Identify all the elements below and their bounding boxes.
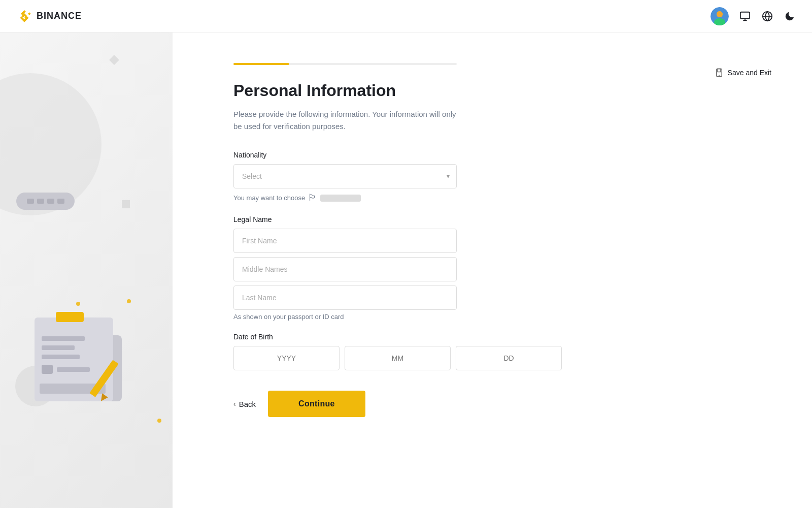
- right-content: Save and Exit Personal Information Pleas…: [173, 33, 812, 508]
- continue-label: Continue: [298, 399, 335, 408]
- page-subtitle: Please provide the following information…: [233, 108, 457, 133]
- header: BINANCE: [0, 0, 812, 33]
- dob-year-input[interactable]: [233, 346, 340, 370]
- nationality-select[interactable]: Select: [233, 164, 457, 188]
- last-name-input[interactable]: [233, 285, 457, 310]
- globe-icon[interactable]: [761, 10, 773, 22]
- legal-name-section: Legal Name As shown on your passport or …: [233, 215, 457, 321]
- back-button[interactable]: ‹ Back: [233, 400, 256, 408]
- dob-label: Date of Birth: [233, 333, 457, 341]
- logo[interactable]: BINANCE: [16, 8, 82, 24]
- svg-rect-6: [740, 12, 750, 18]
- save-exit-label: Save and Exit: [728, 69, 771, 77]
- svg-point-5: [717, 11, 723, 17]
- legal-name-group: [233, 229, 457, 310]
- monitor-icon[interactable]: [739, 10, 751, 22]
- kyc-illustration: [30, 305, 142, 406]
- legal-name-label: Legal Name: [233, 215, 457, 224]
- dob-row: [233, 346, 457, 370]
- nationality-select-wrapper: Select ▾: [233, 164, 457, 188]
- action-row: ‹ Back Continue: [233, 391, 457, 417]
- save-icon: [715, 68, 724, 77]
- nationality-section: Nationality Select ▾ You may want to cho…: [233, 151, 457, 203]
- progress-bar: [233, 63, 457, 65]
- save-exit-button[interactable]: Save and Exit: [715, 68, 771, 77]
- svg-rect-14: [718, 69, 721, 72]
- binance-logo-icon: [16, 8, 32, 24]
- progress-bar-fill: [233, 63, 289, 65]
- first-name-input[interactable]: [233, 229, 457, 253]
- nationality-hint-text: You may want to choose: [233, 194, 305, 202]
- dob-section: Date of Birth: [233, 333, 457, 370]
- personal-info-form: Nationality Select ▾ You may want to cho…: [233, 151, 457, 417]
- decorative-dot-2: [127, 299, 131, 303]
- nationality-hint: You may want to choose 🏳: [233, 193, 457, 203]
- decorative-rect: [122, 200, 130, 208]
- middle-names-input[interactable]: [233, 257, 457, 281]
- header-right: [710, 7, 796, 25]
- flag-icon: 🏳: [308, 193, 317, 203]
- legal-name-hint: As shown on your passport or ID card: [233, 313, 457, 321]
- decorative-dot-3: [157, 419, 161, 423]
- nationality-label: Nationality: [233, 151, 457, 159]
- left-panel: [0, 33, 173, 508]
- continue-button[interactable]: Continue: [268, 391, 365, 417]
- back-chevron-icon: ‹: [233, 400, 236, 408]
- page-title: Personal Information: [233, 81, 761, 100]
- dob-month-input[interactable]: [345, 346, 451, 370]
- back-label: Back: [239, 400, 256, 408]
- avatar[interactable]: [710, 7, 729, 25]
- dark-mode-icon[interactable]: [784, 10, 796, 22]
- flag-country-name: [320, 195, 361, 202]
- dob-day-input[interactable]: [456, 346, 562, 370]
- logo-text: BINANCE: [37, 11, 82, 21]
- main-layout: Save and Exit Personal Information Pleas…: [0, 33, 812, 508]
